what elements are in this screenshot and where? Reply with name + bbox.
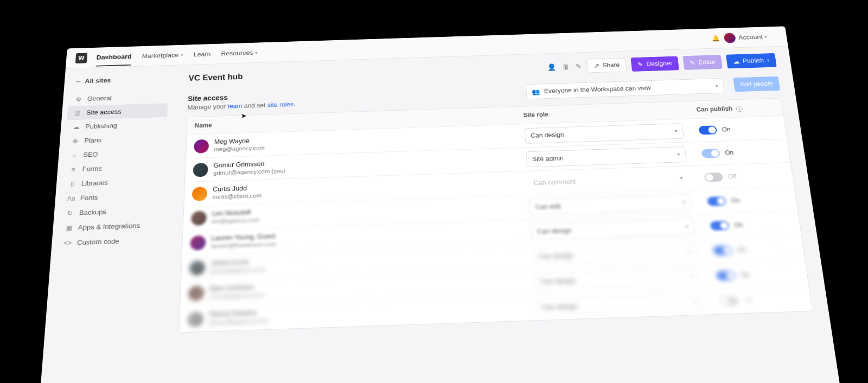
publish-toggle[interactable]	[710, 220, 730, 230]
publish-cell: On	[698, 123, 778, 135]
sidebar-item-icon: ⊕	[71, 137, 79, 144]
designer-label: Designer	[646, 60, 673, 67]
role-select[interactable]: Can design▾	[532, 242, 698, 265]
icon-person[interactable]: 👤	[547, 63, 556, 71]
sidebar-item-label: Custom code	[77, 237, 119, 246]
role-value: Can design	[537, 227, 572, 235]
nav-learn[interactable]: Learn	[193, 50, 210, 58]
user-email: lauren@freelancer.com	[211, 240, 277, 250]
publish-state-label: On	[737, 246, 747, 253]
nav-resources[interactable]: Resources ▾	[221, 49, 258, 57]
user-avatar	[192, 187, 208, 201]
share-button[interactable]: ↗ Share	[586, 58, 627, 73]
publish-button[interactable]: ☁ Publish ▾	[726, 53, 777, 68]
info-icon[interactable]: i	[736, 106, 743, 112]
user-avatar[interactable]	[724, 33, 736, 43]
role-select[interactable]: Site admin▾	[526, 146, 687, 167]
chevron-down-icon: ▾	[694, 299, 697, 305]
sub-prefix: Manage your	[187, 103, 227, 111]
chevron-down-icon: ▾	[682, 199, 686, 205]
sidebar-item-icon: ⍰	[73, 110, 81, 117]
user-avatar	[187, 311, 203, 327]
people-icon: 👥	[532, 88, 540, 95]
icon-archive[interactable]: 🗑	[562, 63, 570, 71]
cloud-icon: ☁	[732, 58, 740, 65]
sidebar-item-label: SEO	[83, 151, 98, 158]
page-title: VC Event hub	[188, 63, 542, 83]
sub-mid: and set	[242, 102, 267, 110]
role-cell: Can design▾	[534, 267, 717, 290]
role-cell: Can design▾	[531, 218, 711, 240]
icon-edit[interactable]: ✎	[575, 62, 582, 70]
chevron-down-icon: ▾	[685, 224, 688, 229]
chevron-down-icon: ▾	[255, 50, 258, 55]
publish-state-label: On	[734, 221, 744, 228]
designer-button[interactable]: ✎ Designer	[631, 56, 679, 72]
role-select[interactable]: Can design▾	[534, 268, 701, 290]
access-table: Name Site role Can publish i Meg Wayneme…	[178, 98, 813, 333]
notification-icon[interactable]: 🔔	[709, 33, 722, 43]
publish-state-label: On	[722, 126, 731, 133]
sidebar-item-label: Plans	[84, 136, 102, 144]
role-value: Site admin	[532, 155, 564, 163]
role-value: Can design	[531, 131, 565, 139]
account-label: Account	[738, 33, 763, 41]
role-value: Can design	[542, 302, 578, 311]
back-label: All sites	[85, 76, 111, 84]
user-avatar	[193, 163, 208, 177]
chevron-down-icon: ▾	[688, 248, 691, 254]
role-select[interactable]: Can design▾	[531, 218, 695, 240]
nav-dashboard[interactable]: Dashboard	[96, 53, 132, 67]
editor-button[interactable]: ✎ Editor	[683, 55, 723, 70]
account-menu[interactable]: Account ▾	[738, 33, 768, 41]
publish-label: Publish	[742, 57, 764, 64]
role-select: Can comment▾	[527, 170, 690, 191]
publish-state-label: On	[725, 149, 734, 156]
publish-state-label: On	[740, 271, 750, 278]
publish-toggle[interactable]	[704, 172, 724, 182]
role-select[interactable]: Can design▾	[535, 293, 704, 316]
publish-toggle[interactable]	[716, 270, 736, 280]
role-cell: Can design▾	[535, 292, 720, 316]
sidebar-item-label: General	[87, 94, 112, 103]
site-roles-link[interactable]: site roles.	[267, 101, 296, 108]
sidebar-item-label: Libraries	[81, 179, 108, 187]
sidebar-item-icon: ⌕	[70, 151, 78, 158]
publish-toggle[interactable]	[719, 296, 739, 306]
sidebar-item-icon: ▦	[65, 224, 73, 232]
add-people-button[interactable]: Add people	[733, 76, 780, 92]
app-logo[interactable]: W	[75, 53, 87, 63]
editor-label: Editor	[698, 59, 716, 66]
sidebar-item-label: Publishing	[85, 122, 117, 130]
sidebar-item-label: Site access	[86, 108, 122, 116]
sidebar-item-custom-code[interactable]: <>Custom code	[57, 232, 162, 251]
role-select[interactable]: Can edit▾	[529, 194, 692, 215]
sidebar-item-icon: Aa	[67, 195, 75, 202]
publish-toggle[interactable]	[713, 245, 732, 255]
publish-state-label: On	[731, 197, 741, 205]
sidebar-item-icon: ↻	[66, 209, 74, 217]
workspace-access-select[interactable]: 👥 Everyone in the Workspace can view ▾	[525, 78, 724, 99]
publish-toggle	[701, 149, 720, 158]
sidebar-item-icon: ⚙	[74, 95, 82, 103]
chevron-down-icon: ▾	[680, 175, 683, 181]
role-select[interactable]: Can design▾	[524, 123, 684, 144]
role-cell: Can comment▾	[527, 169, 705, 191]
user-email: meg@agency.com	[214, 144, 265, 153]
publish-cell: Off	[704, 170, 786, 182]
back-all-sites[interactable]: ← All sites	[69, 72, 169, 88]
publish-toggle[interactable]	[698, 125, 717, 135]
publish-toggle[interactable]	[707, 196, 726, 206]
nav-marketplace[interactable]: Marketplace ▾	[142, 52, 183, 60]
pencil-icon: ✎	[690, 59, 696, 66]
col-publish: Can publish i	[696, 104, 775, 113]
nav-marketplace-label: Marketplace	[142, 52, 178, 60]
team-link[interactable]: team	[227, 103, 242, 110]
main-content: VC Event hub 👤 🗑 ✎ ↗ Share ✎ Designer ✎ …	[159, 46, 843, 383]
publish-state-label: Off	[727, 173, 737, 180]
col-publish-label: Can publish	[696, 105, 733, 113]
sidebar-item-icon: ☁	[72, 123, 80, 130]
user-email: marc@agency.com	[209, 291, 264, 301]
role-cell: Site admin▾	[526, 146, 703, 167]
user-email: jamie@agency.com	[210, 266, 265, 275]
